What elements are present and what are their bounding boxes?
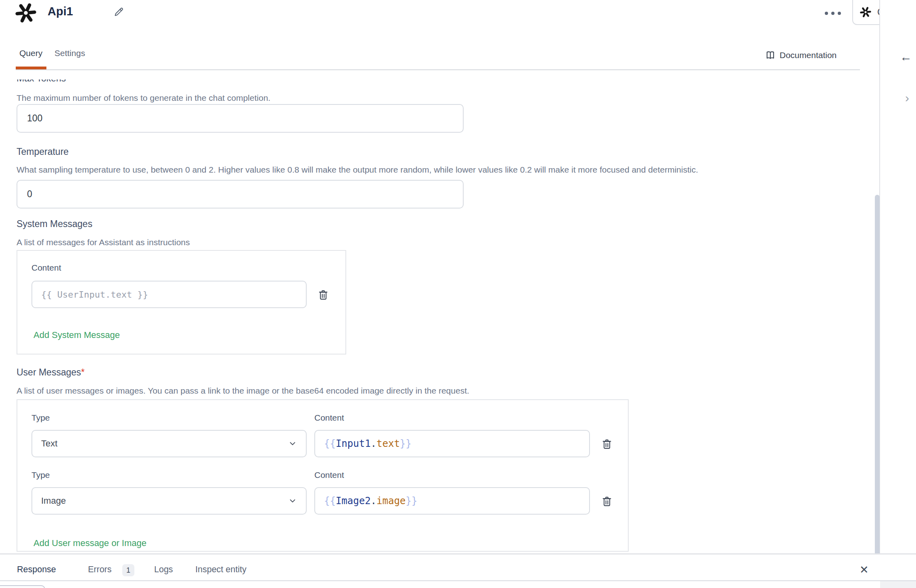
bottom-dock [0, 553, 916, 588]
system-content-input[interactable]: {{ UserInput.text }} [31, 281, 307, 308]
dock-divider [0, 580, 916, 581]
system-content-placeholder: {{ UserInput.text }} [41, 290, 148, 300]
add-user-message-button[interactable]: Add User message or Image [33, 538, 146, 548]
chevron-down-icon [288, 439, 297, 448]
code-identifier: Input1 [336, 438, 371, 449]
chevron-down-icon [288, 496, 297, 505]
errors-count-badge: 1 [122, 564, 134, 576]
code-dot: . [371, 495, 376, 507]
delete-system-message-button[interactable] [318, 289, 330, 302]
tab-bar-divider [16, 69, 860, 70]
user-messages-description: A list of user messages or images. You c… [17, 386, 469, 396]
openai-logo-small-icon [860, 6, 872, 19]
row2-content-label: Content [314, 470, 344, 480]
documentation-link[interactable]: Documentation [765, 50, 837, 60]
dock-tab-inspect-entity[interactable]: Inspect entity [195, 565, 247, 575]
dock-tab-logs[interactable]: Logs [154, 565, 173, 575]
user-messages-label: User Messages* [17, 367, 85, 378]
rail-bottom-fill [880, 581, 916, 588]
more-options-button[interactable] [822, 6, 844, 20]
system-messages-label: System Messages [17, 219, 92, 229]
add-system-message-button[interactable]: Add System Message [33, 330, 120, 340]
required-asterisk: * [81, 367, 85, 377]
openai-logo-icon [15, 1, 37, 25]
chevron-right-icon[interactable]: › [905, 91, 909, 105]
temperature-label: Temperature [17, 146, 69, 157]
dock-tab-errors[interactable]: Errors [88, 565, 112, 575]
system-messages-group: Content {{ UserInput.text }} Add System … [17, 250, 346, 354]
right-panel-rail [879, 0, 916, 588]
row2-type-value: Image [41, 496, 66, 506]
trash-icon [601, 495, 613, 508]
row2-type-select[interactable]: Image [31, 487, 307, 515]
row2-content-input[interactable]: {{Image2.image}} [314, 487, 590, 515]
row1-type-label: Type [31, 413, 50, 423]
system-content-label: Content [31, 263, 61, 273]
row1-content-label: Content [314, 413, 344, 423]
code-close-brace: }} [406, 495, 417, 507]
row1-type-value: Text [41, 438, 57, 449]
code-property: text [376, 438, 400, 449]
ellipsis-icon [824, 11, 842, 16]
code-identifier: Image2 [336, 495, 371, 507]
vertical-scrollbar-thumb[interactable] [875, 195, 880, 567]
code-property: image [376, 495, 406, 507]
temperature-input[interactable] [17, 180, 464, 209]
code-open-brace: {{ [324, 438, 336, 449]
tab-query[interactable]: Query [19, 48, 42, 58]
back-arrow-icon[interactable]: ← [900, 50, 912, 64]
book-icon [765, 50, 776, 60]
api-editor-page: Api1 [0, 0, 916, 588]
max-tokens-label: Max Tokens [17, 79, 66, 84]
query-form-scroll-area: Max Tokens The maximum number of tokens … [0, 79, 879, 553]
delete-user-message-1-button[interactable] [601, 438, 613, 452]
max-tokens-input[interactable] [17, 104, 464, 133]
user-messages-label-text: User Messages [17, 367, 81, 377]
row2-type-label: Type [31, 470, 50, 480]
row1-type-select[interactable]: Text [31, 430, 307, 457]
row1-content-input[interactable]: {{Input1.text}} [314, 430, 590, 457]
trash-icon [601, 438, 613, 451]
query-name-title[interactable]: Api1 [48, 5, 73, 18]
code-dot: . [371, 438, 376, 449]
code-close-brace: }} [400, 438, 412, 449]
user-messages-group: Type Content Text {{Input1.text}} [17, 399, 629, 552]
dock-tab-response[interactable]: Response [17, 565, 56, 575]
system-messages-description: A list of messages for Assistant as inst… [17, 238, 190, 247]
tab-settings[interactable]: Settings [54, 48, 85, 58]
trash-icon [318, 289, 329, 302]
delete-user-message-2-button[interactable] [601, 495, 613, 509]
active-tab-underline [16, 67, 46, 69]
documentation-label: Documentation [780, 50, 837, 60]
edit-pencil-icon[interactable] [113, 6, 124, 17]
partial-response-element [0, 585, 45, 588]
code-open-brace: {{ [324, 495, 336, 507]
close-icon[interactable]: ✕ [860, 563, 869, 576]
max-tokens-description: The maximum number of tokens to generate… [17, 93, 270, 103]
temperature-description: What sampling temperature to use, betwee… [17, 165, 864, 175]
